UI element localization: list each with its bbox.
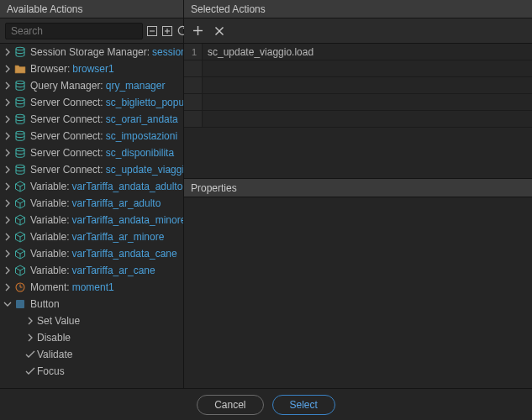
chevron-right-icon[interactable] <box>2 98 13 107</box>
tree-item[interactable]: Server Connect:sc_orari_andata <box>0 111 183 128</box>
tree-item[interactable]: Variable:varTariffa_ar_adulto <box>0 195 183 212</box>
svg-point-11 <box>16 165 24 168</box>
tree-child-item[interactable]: Validate <box>0 346 183 363</box>
tree-item[interactable]: Variable:varTariffa_ar_minore <box>0 228 183 245</box>
row-number: 1 <box>184 44 203 60</box>
tree-item-label: Browser: <box>30 63 70 75</box>
tree-item-label: Variable: <box>30 181 69 192</box>
selected-action-row[interactable] <box>184 60 532 77</box>
cancel-button[interactable]: Cancel <box>197 395 263 415</box>
item-type-icon <box>13 129 27 143</box>
tree-item[interactable]: Variable:varTariffa_andata_minore <box>0 212 183 228</box>
tree-item-label: Button <box>30 298 60 310</box>
chevron-right-icon[interactable] <box>2 249 13 258</box>
add-action-icon[interactable] <box>191 24 204 38</box>
search-input[interactable] <box>5 23 143 39</box>
item-type-icon <box>13 163 27 176</box>
expand-all-icon[interactable] <box>161 24 173 39</box>
selected-actions-list[interactable]: 1 sc_update_viaggio.load <box>184 44 532 128</box>
tree-item-label: Query Manager: <box>30 80 103 92</box>
tree-item-label: Variable: <box>30 265 69 276</box>
tree-item[interactable]: Button <box>0 296 183 312</box>
svg-point-7 <box>16 97 24 101</box>
chevron-right-icon[interactable] <box>2 132 13 140</box>
tree-item-label: Variable: <box>30 231 69 243</box>
tree-item-value: session_manager <box>152 46 183 58</box>
remove-action-icon[interactable] <box>213 24 226 38</box>
row-value: sc_update_viaggio.load <box>203 46 313 58</box>
item-type-icon <box>13 62 27 76</box>
tree-item-label: Server Connect: <box>30 130 103 142</box>
collapse-all-icon[interactable] <box>146 24 158 39</box>
tree-item-value: qry_manager <box>106 80 166 92</box>
tree-item[interactable]: Variable:varTariffa_andata_cane <box>0 245 183 262</box>
tree-item[interactable]: Server Connect:sc_disponibilita <box>0 144 183 161</box>
available-actions-panel: Available Actions Session Storage Manage… <box>0 0 184 388</box>
chevron-right-icon[interactable] <box>2 266 13 275</box>
available-actions-title: Available Actions <box>0 0 183 18</box>
chevron-right-icon[interactable] <box>2 233 13 241</box>
select-button[interactable]: Select <box>272 395 335 415</box>
item-type-icon <box>13 197 27 210</box>
tree-child-item[interactable]: Disable <box>0 329 183 346</box>
chevron-down-icon[interactable] <box>2 301 13 307</box>
properties-title: Properties <box>184 179 532 197</box>
chevron-right-icon[interactable] <box>2 182 13 191</box>
tree-child-item[interactable]: Set Value <box>0 312 183 329</box>
tree-item-value: varTariffa_andata_adulto <box>71 181 182 192</box>
item-type-icon <box>13 230 27 244</box>
item-type-icon <box>13 213 27 227</box>
tree-item-value: varTariffa_ar_cane <box>71 265 155 276</box>
chevron-right-icon[interactable] <box>2 199 13 207</box>
svg-point-9 <box>16 131 24 134</box>
tree-child-label: Validate <box>37 349 72 360</box>
tree-item-label: Server Connect: <box>30 147 103 159</box>
chevron-right-icon[interactable] <box>2 48 13 56</box>
tree-child-item[interactable]: Focus <box>0 363 183 380</box>
tree-item-value: varTariffa_ar_minore <box>71 231 164 243</box>
selected-action-row[interactable] <box>184 94 532 111</box>
chevron-right-icon[interactable] <box>2 216 13 224</box>
tree-item-label: Server Connect: <box>30 164 103 176</box>
tree-item-value: sc_biglietto_populate <box>106 97 183 108</box>
selected-actions-title: Selected Actions <box>184 0 532 18</box>
chevron-right-icon[interactable] <box>2 81 13 90</box>
item-type-icon <box>13 146 27 160</box>
tree-item[interactable]: Server Connect:sc_impostazioni <box>0 128 183 144</box>
tree-item-value: varTariffa_andata_minore <box>71 214 183 226</box>
tree-item-label: Variable: <box>30 197 69 209</box>
tree-item-value: sc_update_viaggio <box>106 164 183 176</box>
tree-item[interactable]: Query Manager:qry_manager <box>0 77 183 94</box>
tree-child-label: Focus <box>37 365 65 377</box>
selected-action-row[interactable] <box>184 77 532 94</box>
svg-point-6 <box>16 81 24 84</box>
tree-item-value: varTariffa_ar_adulto <box>71 197 161 209</box>
selected-action-row[interactable] <box>184 111 532 128</box>
tree-item[interactable]: Variable:varTariffa_ar_cane <box>0 262 183 279</box>
item-type-icon <box>13 45 27 59</box>
selected-action-row[interactable]: 1 sc_update_viaggio.load <box>184 44 532 60</box>
tree-item-label: Variable: <box>30 248 69 260</box>
chevron-right-icon[interactable] <box>2 165 13 174</box>
tree-item[interactable]: Server Connect:sc_update_viaggio <box>0 161 183 178</box>
chevron-right-icon[interactable] <box>2 283 13 291</box>
chevron-right-icon[interactable] <box>2 149 13 157</box>
item-type-icon <box>13 113 27 126</box>
item-type-icon <box>13 79 27 92</box>
tree-item[interactable]: Server Connect:sc_biglietto_populate <box>0 94 183 111</box>
tree-item[interactable]: Session Storage Manager:session_manager <box>0 44 183 60</box>
item-type-icon <box>13 264 27 277</box>
tree-item[interactable]: Variable:varTariffa_andata_adulto <box>0 178 183 195</box>
actions-tree[interactable]: Session Storage Manager:session_managerB… <box>0 44 183 388</box>
selected-actions-toolbar <box>184 18 532 44</box>
item-type-icon <box>13 247 27 260</box>
tree-item[interactable]: Moment:moment1 <box>0 279 183 296</box>
tree-item[interactable]: Browser:browser1 <box>0 60 183 77</box>
tree-item-value: browser1 <box>72 63 113 75</box>
chevron-right-icon[interactable] <box>2 115 13 123</box>
chevron-right-icon[interactable] <box>2 65 13 73</box>
item-type-icon <box>13 281 27 294</box>
check-icon <box>24 350 37 359</box>
item-type-icon <box>13 297 27 311</box>
tree-item-value: sc_disponibilita <box>106 147 174 159</box>
